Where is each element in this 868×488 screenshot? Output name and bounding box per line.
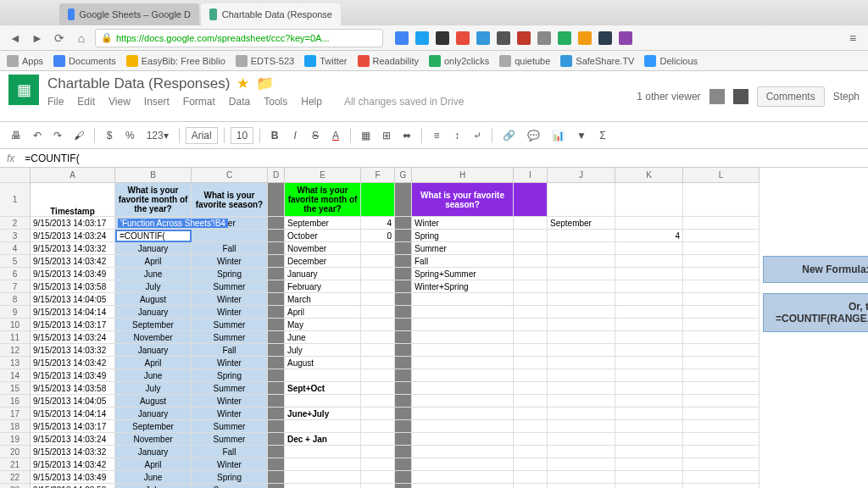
bookmark[interactable]: Delicious — [644, 55, 698, 67]
cell[interactable] — [683, 319, 760, 331]
cell[interactable] — [395, 382, 412, 395]
cell[interactable] — [548, 420, 615, 433]
cell[interactable] — [285, 458, 361, 471]
cell[interactable] — [395, 369, 412, 382]
cell[interactable]: May — [285, 319, 361, 331]
cell[interactable] — [514, 446, 548, 458]
cell[interactable]: =COUNTIF( — [115, 230, 192, 242]
menu-insert[interactable]: Insert — [144, 96, 170, 108]
cell[interactable]: What is your favorite season? — [412, 183, 514, 217]
cell[interactable]: What is your favorite month of the year? — [115, 183, 192, 217]
menu-button[interactable]: ≡ — [844, 30, 861, 47]
cell[interactable] — [615, 433, 683, 446]
cell[interactable] — [395, 319, 412, 331]
cell[interactable] — [683, 331, 760, 344]
cell[interactable] — [361, 280, 395, 293]
comment-icon[interactable]: 💬 — [523, 127, 544, 144]
cell[interactable]: 4 — [361, 217, 395, 230]
cell[interactable] — [268, 255, 285, 268]
cell[interactable] — [615, 395, 683, 408]
cell[interactable] — [268, 357, 285, 369]
cell[interactable]: November — [115, 331, 192, 344]
cell[interactable] — [361, 268, 395, 280]
cell[interactable] — [361, 293, 395, 306]
cell[interactable] — [615, 183, 683, 217]
cell[interactable]: Spring — [192, 471, 268, 484]
col-header[interactable]: J — [548, 168, 615, 182]
cell[interactable]: 9/15/2013 14:03:17 — [31, 217, 115, 230]
cell[interactable] — [395, 471, 412, 484]
cell[interactable] — [395, 446, 412, 458]
cell[interactable] — [412, 369, 514, 382]
cell[interactable]: June — [285, 331, 361, 344]
cell[interactable] — [683, 268, 760, 280]
cell[interactable] — [683, 217, 760, 230]
cell[interactable] — [514, 382, 548, 395]
cell[interactable] — [395, 331, 412, 344]
cell[interactable]: Winter — [192, 408, 268, 420]
cell[interactable] — [395, 242, 412, 255]
valign-icon[interactable]: ↕ — [448, 127, 465, 144]
cell[interactable] — [615, 331, 683, 344]
cell[interactable] — [683, 458, 760, 471]
cell[interactable] — [548, 319, 615, 331]
cell[interactable] — [615, 408, 683, 420]
doc-title[interactable]: Chartable Data (Responses) ★ 📁 — [47, 75, 637, 92]
align-icon[interactable]: ≡ — [428, 127, 445, 144]
cell[interactable]: April — [285, 306, 361, 319]
cell[interactable]: Spring — [192, 268, 268, 280]
print-icon[interactable]: 🖶 — [7, 127, 25, 144]
cell[interactable]: Summer — [192, 280, 268, 293]
cell[interactable] — [514, 217, 548, 230]
cell[interactable] — [268, 408, 285, 420]
ext-icon[interactable] — [436, 31, 449, 45]
cell[interactable]: Summer — [192, 484, 268, 488]
row-header[interactable]: 8 — [0, 293, 31, 306]
cell[interactable]: Winter — [192, 255, 268, 268]
cell[interactable] — [548, 357, 615, 369]
col-header[interactable]: K — [615, 168, 683, 182]
cell[interactable] — [268, 268, 285, 280]
row-header[interactable]: 6 — [0, 268, 31, 280]
cell[interactable] — [615, 293, 683, 306]
cell[interactable]: Fall — [192, 446, 268, 458]
cell[interactable] — [683, 255, 760, 268]
cell[interactable] — [268, 446, 285, 458]
cell[interactable]: 9/15/2013 14:03:49 — [31, 471, 115, 484]
cell[interactable] — [361, 420, 395, 433]
cell[interactable]: 9/15/2013 14:03:42 — [31, 357, 115, 369]
cell[interactable]: January — [115, 306, 192, 319]
row-header[interactable]: 20 — [0, 446, 31, 458]
cell[interactable] — [361, 331, 395, 344]
cell[interactable] — [514, 484, 548, 488]
cell[interactable]: September — [285, 217, 361, 230]
cell[interactable] — [514, 230, 548, 242]
cell[interactable] — [361, 484, 395, 488]
link-icon[interactable]: 🔗 — [498, 127, 520, 144]
cell[interactable]: Summer — [192, 382, 268, 395]
cell[interactable] — [514, 306, 548, 319]
cell[interactable] — [412, 382, 514, 395]
cell[interactable]: August — [115, 395, 192, 408]
cell[interactable]: 9/15/2013 14:03:24 — [31, 433, 115, 446]
cell[interactable]: July — [115, 382, 192, 395]
cell[interactable]: 9/15/2013 14:03:32 — [31, 344, 115, 357]
cell[interactable] — [615, 446, 683, 458]
cell[interactable] — [361, 357, 395, 369]
comments-button[interactable]: Comments — [757, 86, 825, 107]
cell[interactable] — [548, 458, 615, 471]
row-header[interactable]: 3 — [0, 230, 31, 242]
cell[interactable] — [268, 420, 285, 433]
cell[interactable]: September — [548, 217, 615, 230]
cell[interactable] — [412, 293, 514, 306]
cell[interactable] — [615, 268, 683, 280]
cell[interactable]: Winter — [192, 395, 268, 408]
cell[interactable] — [268, 433, 285, 446]
cell[interactable]: Winter+Spring — [412, 280, 514, 293]
cell[interactable] — [548, 344, 615, 357]
cell[interactable] — [395, 395, 412, 408]
cell[interactable] — [268, 319, 285, 331]
cell[interactable] — [615, 319, 683, 331]
cell[interactable] — [412, 395, 514, 408]
cell[interactable] — [548, 242, 615, 255]
